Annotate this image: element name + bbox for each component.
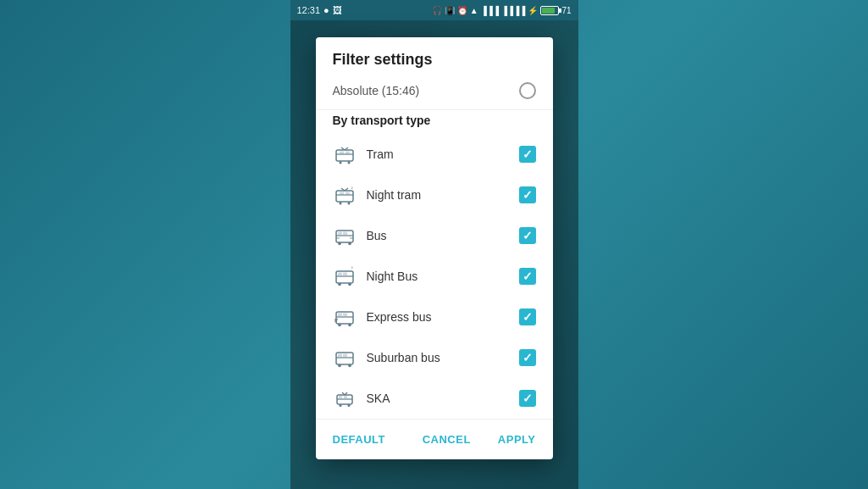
- svg-point-22: [338, 242, 341, 246]
- ska-icon: [333, 386, 357, 410]
- section-label: By transport type: [316, 110, 553, 134]
- svg-point-50: [339, 404, 341, 407]
- svg-rect-46: [338, 354, 342, 358]
- tram-checkbox[interactable]: ✓: [519, 146, 536, 163]
- dialog-container: Filter settings Absolute (15:46) By tran…: [290, 20, 578, 489]
- svg-rect-53: [344, 396, 347, 398]
- bus-icon: [333, 224, 357, 247]
- svg-rect-18: [340, 192, 344, 195]
- ska-checkbox[interactable]: ✓: [519, 390, 536, 407]
- wifi-icon: ▲: [470, 6, 478, 15]
- svg-point-45: [348, 364, 351, 368]
- svg-rect-26: [336, 237, 340, 239]
- tram-icon: [333, 142, 357, 166]
- svg-rect-24: [338, 232, 342, 236]
- transport-row-suburban-bus[interactable]: Suburban bus ✓: [316, 337, 553, 378]
- apply-button[interactable]: APPLY: [491, 430, 543, 449]
- suburban-bus-checkbox[interactable]: ✓: [519, 349, 536, 366]
- headphone-icon: 🎧: [432, 6, 442, 15]
- bus-label: Bus: [367, 229, 387, 242]
- dialog-actions: DEFAULT CANCEL APPLY: [316, 423, 553, 459]
- transport-left-tram: Tram: [333, 142, 394, 166]
- svg-rect-38: [338, 314, 342, 317]
- absolute-time-row[interactable]: Absolute (15:46): [316, 75, 553, 109]
- transport-row-night-bus[interactable]: Night Bus ✓: [316, 256, 553, 297]
- divider-2: [316, 419, 553, 420]
- absolute-label: Absolute (15:46): [333, 84, 420, 97]
- battery-fill: [542, 8, 555, 14]
- night-tram-checkbox[interactable]: ✓: [519, 186, 536, 203]
- transport-left-night-tram: Night tram: [333, 183, 422, 207]
- dot-icon: ●: [323, 5, 329, 15]
- battery-percent: 71: [561, 6, 571, 15]
- suburban-bus-icon: [333, 346, 357, 370]
- suburban-bus-label: Suburban bus: [367, 351, 440, 364]
- transport-left-bus: Bus: [333, 224, 387, 247]
- svg-point-23: [348, 242, 351, 246]
- time-display: 12:31: [297, 5, 321, 15]
- signal-icon: ▐▐▐: [481, 6, 499, 15]
- tram-label: Tram: [367, 147, 394, 161]
- transport-row-express-bus[interactable]: Express bus ✓: [316, 297, 553, 337]
- status-right: 🎧 📳 ⏰ ▲ ▐▐▐ ▐▐▐▐ ⚡ 71: [432, 6, 572, 15]
- alarm-icon: ⏰: [457, 6, 467, 15]
- transport-left-ska: SKA: [333, 386, 390, 410]
- battery-icon: [540, 6, 559, 15]
- image-icon: 🖼: [333, 5, 342, 15]
- express-bus-checkbox[interactable]: ✓: [519, 308, 536, 325]
- transport-left-suburban-bus: Suburban bus: [333, 346, 440, 370]
- svg-rect-10: [336, 191, 353, 202]
- cancel-button[interactable]: CANCEL: [416, 430, 478, 449]
- bus-checkbox[interactable]: ✓: [519, 227, 536, 244]
- express-bus-icon: [333, 305, 357, 329]
- svg-point-36: [338, 324, 341, 327]
- ska-label: SKA: [367, 392, 390, 405]
- transport-row-tram[interactable]: Tram ✓: [316, 134, 553, 175]
- night-bus-label: Night Bus: [367, 270, 418, 283]
- dialog-title: Filter settings: [316, 37, 553, 75]
- status-left: 12:31 ● 🖼: [297, 5, 342, 15]
- night-bus-checkbox[interactable]: ✓: [519, 268, 536, 285]
- transport-row-bus[interactable]: Bus ✓: [316, 215, 553, 256]
- svg-rect-52: [339, 396, 342, 398]
- svg-rect-8: [340, 152, 344, 154]
- svg-rect-25: [343, 232, 347, 236]
- night-bus-icon: [333, 264, 357, 288]
- svg-rect-9: [346, 152, 350, 154]
- transport-left-night-bus: Night Bus: [333, 264, 418, 288]
- lightning-icon: ⚡: [528, 6, 538, 15]
- transport-row-night-tram[interactable]: Night tram ✓: [316, 175, 553, 215]
- express-bus-label: Express bus: [367, 310, 432, 324]
- filter-settings-dialog: Filter settings Absolute (15:46) By tran…: [316, 37, 553, 459]
- svg-point-30: [338, 283, 341, 286]
- svg-rect-32: [338, 273, 342, 276]
- svg-rect-39: [343, 314, 347, 317]
- phone-background: 12:31 ● 🖼 🎧 📳 ⏰ ▲ ▐▐▐ ▐▐▐▐ ⚡ 71 Filter s…: [0, 0, 868, 489]
- svg-rect-33: [343, 273, 347, 276]
- signal2-icon: ▐▐▐▐: [501, 6, 525, 15]
- default-button[interactable]: DEFAULT: [326, 430, 392, 449]
- svg-point-51: [347, 404, 350, 407]
- vibrate-icon: 📳: [445, 6, 455, 15]
- status-bar: 12:31 ● 🖼 🎧 📳 ⏰ ▲ ▐▐▐ ▐▐▐▐ ⚡ 71: [290, 0, 578, 20]
- svg-rect-27: [350, 237, 353, 239]
- transport-row-ska[interactable]: SKA ✓: [316, 378, 553, 419]
- absolute-radio[interactable]: [519, 82, 536, 99]
- svg-rect-0: [336, 150, 353, 161]
- svg-rect-47: [343, 354, 347, 358]
- svg-point-37: [348, 324, 351, 327]
- night-tram-icon: [333, 183, 357, 207]
- svg-point-44: [338, 364, 341, 368]
- svg-rect-19: [346, 192, 350, 195]
- transport-left-express-bus: Express bus: [333, 305, 432, 329]
- svg-point-31: [348, 283, 351, 286]
- night-tram-label: Night tram: [367, 188, 422, 202]
